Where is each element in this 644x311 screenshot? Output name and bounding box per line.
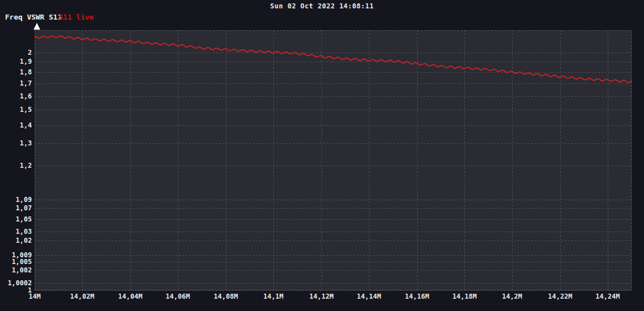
- plot-area[interactable]: [35, 30, 632, 290]
- x-tick-label: 14,18M: [441, 293, 488, 300]
- x-tick-label: 14,06M: [154, 293, 201, 300]
- y-tick-label: 1,05: [0, 215, 32, 223]
- x-tick-label: 14,2M: [489, 293, 536, 300]
- x-tick-label: 14,22M: [537, 293, 584, 300]
- y-tick-label: 1,07: [0, 204, 32, 212]
- x-tick-label: 14,1M: [250, 293, 297, 300]
- y-tick-label: 1,005: [0, 258, 32, 266]
- sweep-marker-icon[interactable]: [34, 23, 40, 30]
- x-tick-label: 14,16M: [394, 293, 441, 300]
- y-tick-label: 1,3: [0, 139, 32, 147]
- y-tick-label: 1,4: [0, 121, 32, 129]
- y-tick-label: 1,6: [0, 92, 32, 100]
- y-tick-label: 2: [0, 49, 32, 56]
- x-tick-label: 14,14M: [345, 293, 392, 300]
- y-tick-label: 1,03: [0, 228, 32, 235]
- y-tick-label: 1,8: [0, 68, 32, 76]
- x-tick-label: 14,02M: [59, 293, 106, 300]
- y-tick-label: 1,002: [0, 266, 32, 274]
- y-tick-label: 1,09: [0, 196, 32, 204]
- y-tick-label: 1,02: [0, 237, 32, 244]
- vswr-chart-window: Sun 02 Oct 2022 14:08:11 Freq VSWR S11 S…: [0, 0, 644, 311]
- y-tick-label: 1,9: [0, 58, 32, 65]
- plot-canvas[interactable]: [0, 0, 644, 311]
- y-tick-label: 1,7: [0, 79, 32, 87]
- x-tick-label: 14,04M: [107, 293, 154, 300]
- y-tick-label: 1,2: [0, 162, 32, 169]
- x-tick-label: 14M: [11, 293, 58, 300]
- y-tick-label: 1,5: [0, 106, 32, 114]
- x-tick-label: 14,12M: [298, 293, 345, 300]
- x-tick-label: 14,08M: [202, 293, 249, 300]
- x-tick-label: 14,24M: [584, 293, 631, 300]
- y-tick-label: 1,0002: [0, 279, 32, 287]
